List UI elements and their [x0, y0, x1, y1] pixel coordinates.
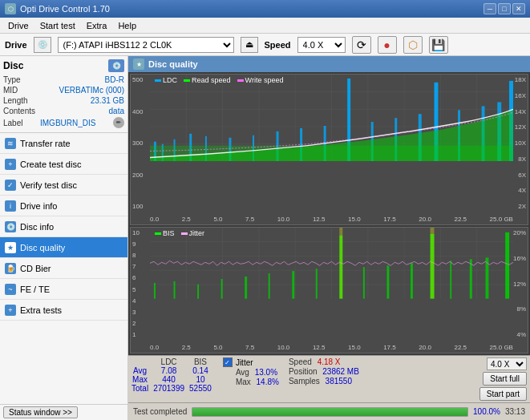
- transfer-rate-icon: ≋: [5, 138, 16, 149]
- speed-label: Speed: [265, 40, 291, 50]
- disc-panel: Disc 💿 Type BD-R MID VERBATIMc (000) Len…: [0, 56, 127, 133]
- jitter-avg-value: 13.0%: [255, 368, 277, 377]
- disc-quality-header: ★ Disc quality: [128, 56, 530, 72]
- write-speed-legend-label: Write speed: [245, 76, 284, 84]
- title-bar: ⬡ Opti Drive Control 1.70 ─ □ ✕: [0, 0, 530, 18]
- stats-table: LDC BIS Avg 7.08 0.14 Max 440 10: [131, 357, 216, 393]
- drive-select[interactable]: (F:) ATAPI iHBS112 2 CL0K: [58, 37, 234, 53]
- jitter-legend-label: Jitter: [189, 229, 205, 237]
- bottom-chart-y-right: 20% 16% 12% 8% 4%: [513, 228, 526, 340]
- status-window-button[interactable]: Status window >>: [3, 406, 78, 418]
- charts-area: LDC Read speed Write speed 500 400 300: [128, 72, 530, 355]
- svg-rect-49: [221, 279, 223, 299]
- red-icon-button[interactable]: ●: [378, 36, 397, 54]
- mid-value: VERBATIMc (000): [59, 86, 125, 95]
- close-button[interactable]: ✕: [512, 3, 525, 14]
- type-label: Type: [3, 75, 21, 84]
- ldc-legend-label: LDC: [163, 76, 177, 84]
- svg-rect-52: [292, 271, 294, 298]
- top-chart: LDC Read speed Write speed 500 400 300: [130, 74, 528, 225]
- svg-rect-56: [386, 265, 389, 298]
- sidebar-item-create-test-disc[interactable]: + Create test disc: [0, 154, 127, 175]
- start-part-button[interactable]: Start part: [479, 387, 527, 401]
- maximize-button[interactable]: □: [498, 3, 511, 14]
- speed-select[interactable]: 4.0 X 2.0 X 8.0 X: [297, 37, 346, 53]
- progress-bar-fill: [192, 408, 467, 416]
- bottom-chart: BIS Jitter 10 9 8 7 6 5 4 3: [130, 227, 528, 353]
- extra-tests-icon: +: [5, 305, 16, 316]
- bis-legend-label: BIS: [163, 229, 175, 237]
- sidebar-item-extra-tests[interactable]: + Extra tests: [0, 300, 127, 321]
- drive-info-label: Drive info: [20, 201, 57, 211]
- avg-label: Avg: [131, 366, 153, 375]
- svg-rect-51: [269, 273, 270, 299]
- sidebar-item-fe-te[interactable]: ~ FE / TE: [0, 279, 127, 300]
- progress-pct: 100.0%: [473, 407, 500, 416]
- bottom-chart-x-axis: 0.0 2.5 5.0 7.5 10.0 12.5 15.0 17.5 20.0…: [150, 344, 513, 351]
- read-speed-legend-label: Read speed: [192, 76, 231, 84]
- fe-te-icon: ~: [5, 284, 16, 295]
- sidebar-item-cd-bier[interactable]: 🍺 CD Bier: [0, 258, 127, 279]
- top-chart-y-right: 18X 16X 14X 12X 10X 8X 6X 4X 2X: [515, 75, 526, 212]
- jitter-header-row: ✓ Jitter: [223, 357, 279, 367]
- top-chart-legend: LDC Read speed Write speed: [155, 76, 283, 84]
- svg-rect-48: [197, 285, 199, 299]
- jitter-max-row: Max 14.8%: [223, 378, 279, 386]
- disc-quality-icon: ★: [5, 242, 16, 253]
- menu-extra[interactable]: Extra: [82, 20, 112, 31]
- eject-button[interactable]: ⏏: [241, 37, 258, 53]
- svg-rect-62: [505, 232, 509, 299]
- speed-select-stats[interactable]: 4.0 X 2.0 X 8.0 X: [487, 357, 527, 370]
- start-full-button[interactable]: Start full: [483, 372, 527, 386]
- sidebar-item-disc-info[interactable]: 💿 Disc info: [0, 216, 127, 237]
- create-test-disc-label: Create test disc: [20, 160, 81, 169]
- progress-bar: [192, 407, 468, 417]
- sidebar: Disc 💿 Type BD-R MID VERBATIMc (000) Len…: [0, 56, 128, 420]
- svg-rect-59: [450, 260, 451, 298]
- drive-info-icon: i: [5, 200, 16, 212]
- refresh-button[interactable]: ⟳: [352, 36, 371, 54]
- menu-bar: Drive Start test Extra Help: [0, 18, 530, 34]
- total-label: Total: [131, 384, 153, 393]
- disc-label-label: Label: [3, 119, 22, 127]
- sidebar-item-disc-quality[interactable]: ★ Disc quality: [0, 237, 127, 258]
- type-value: BD-R: [105, 75, 124, 84]
- menu-start-test[interactable]: Start test: [35, 20, 80, 31]
- drive-icon: 💿: [34, 37, 51, 53]
- read-speed-legend-color: [184, 79, 190, 82]
- create-test-disc-icon: +: [5, 159, 16, 170]
- samples-row: Samples 381550: [289, 377, 359, 386]
- app-icon: ⬡: [5, 3, 16, 14]
- svg-rect-47: [174, 281, 176, 299]
- speed-stat-value: 4.18 X: [318, 357, 341, 366]
- fe-te-label: FE / TE: [20, 285, 50, 294]
- jitter-avg-row: Avg 13.0%: [223, 368, 279, 377]
- status-text: Test completed: [133, 407, 187, 416]
- svg-rect-57: [411, 263, 413, 298]
- svg-rect-53: [316, 269, 318, 298]
- bottom-chart-y-left: 10 9 8 7 6 5 4 3 2 1: [132, 228, 140, 340]
- sidebar-item-drive-info[interactable]: i Drive info: [0, 196, 127, 216]
- save-button[interactable]: 💾: [429, 36, 448, 54]
- sidebar-item-verify-test-disc[interactable]: ✓ Verify test disc: [0, 175, 127, 196]
- max-label: Max: [131, 375, 153, 384]
- elapsed-time: 33:13: [505, 407, 525, 416]
- jitter-max-value: 14.8%: [257, 378, 279, 386]
- jitter-checkbox[interactable]: ✓: [223, 357, 233, 367]
- jitter-label: Jitter: [236, 358, 253, 367]
- menu-drive[interactable]: Drive: [3, 20, 34, 31]
- top-chart-y-left: 500 400 300 200 100: [132, 75, 143, 212]
- max-bis: 10: [189, 375, 216, 384]
- drive-bar: Drive 💿 (F:) ATAPI iHBS112 2 CL0K ⏏ Spee…: [0, 34, 530, 56]
- top-chart-svg: [150, 75, 513, 161]
- menu-help[interactable]: Help: [113, 20, 141, 31]
- avg-ldc: 7.08: [153, 366, 189, 375]
- cd-bier-label: CD Bier: [20, 264, 51, 273]
- bottom-chart-legend: BIS Jitter: [155, 229, 204, 237]
- verify-test-disc-label: Verify test disc: [20, 180, 77, 190]
- sidebar-item-transfer-rate[interactable]: ≋ Transfer rate: [0, 133, 127, 154]
- orange-icon-button[interactable]: ⬡: [403, 36, 423, 54]
- svg-rect-55: [363, 267, 365, 298]
- minimize-button[interactable]: ─: [483, 3, 496, 14]
- main-layout: Disc 💿 Type BD-R MID VERBATIMc (000) Len…: [0, 56, 530, 420]
